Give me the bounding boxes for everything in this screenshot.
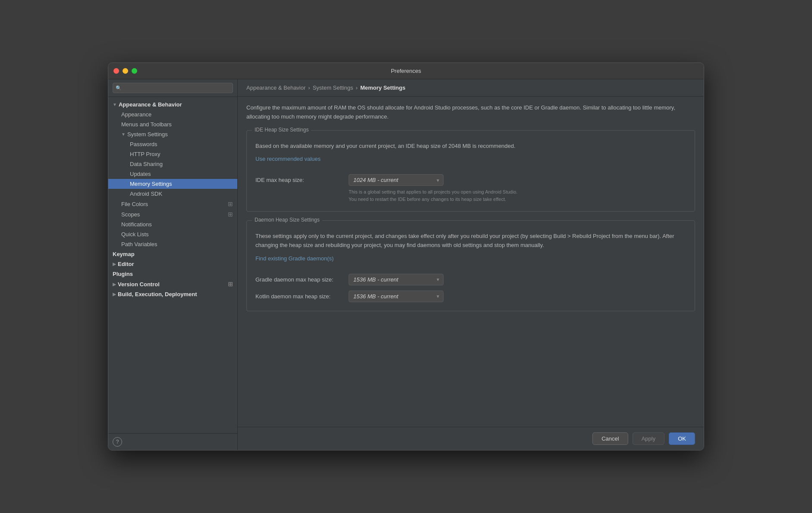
- sidebar-item-label: Updates: [130, 171, 151, 177]
- sidebar-item-label: Version Control: [118, 281, 160, 288]
- breadcrumb: Appearance & Behavior › System Settings …: [238, 79, 704, 97]
- gradle-heap-field-row: Gradle daemon max heap size: 750 MB 1024…: [255, 274, 686, 285]
- arrow-icon: ▼: [121, 132, 126, 137]
- content-area: Configure the maximum amount of RAM the …: [238, 97, 704, 427]
- ide-max-heap-select[interactable]: 750 MB 1024 MB - current 2048 MB 4096 MB: [349, 174, 444, 186]
- sidebar-item-label: Notifications: [121, 221, 152, 228]
- sidebar-item-updates[interactable]: Updates: [108, 169, 237, 179]
- sidebar-item-label: Keymap: [113, 251, 135, 257]
- sidebar-item-system-settings[interactable]: ▼ System Settings: [108, 129, 237, 139]
- gradle-max-heap-label: Gradle daemon max heap size:: [255, 276, 342, 283]
- sidebar-item-label: Build, Execution, Deployment: [118, 291, 197, 297]
- kotlin-heap-field-row: Kotlin daemon max heap size: 750 MB 1024…: [255, 291, 686, 302]
- apply-button[interactable]: Apply: [633, 432, 665, 445]
- sidebar-item-scopes[interactable]: Scopes ⊞: [108, 209, 237, 219]
- arrow-icon: ▶: [113, 262, 116, 266]
- sidebar-item-label: Memory Settings: [130, 181, 172, 187]
- minimize-button[interactable]: [123, 68, 128, 74]
- sidebar-item-label: Appearance & Behavior: [119, 101, 182, 108]
- sidebar-item-file-colors[interactable]: File Colors ⊞: [108, 199, 237, 209]
- main-content: Appearance & Behavior › System Settings …: [238, 79, 704, 450]
- sidebar-item-http-proxy[interactable]: HTTP Proxy: [108, 149, 237, 159]
- gradle-max-heap-select[interactable]: 750 MB 1024 MB 1536 MB - current 2048 MB…: [349, 274, 444, 285]
- sidebar-item-version-control[interactable]: ▶ Version Control ⊞: [108, 279, 237, 289]
- sidebar-item-label: Android SDK: [130, 191, 162, 197]
- search-input[interactable]: [113, 83, 233, 93]
- daemon-heap-section-title: Daemon Heap Size Settings: [252, 217, 322, 223]
- sidebar-item-appearance[interactable]: Appearance: [108, 109, 237, 119]
- sidebar: 🔍 ▼ Appearance & Behavior Appearance Men…: [108, 79, 238, 450]
- ide-heap-hint: This is a global setting that applies to…: [349, 188, 686, 203]
- sidebar-item-label: HTTP Proxy: [130, 151, 161, 157]
- maximize-button[interactable]: [132, 68, 137, 74]
- arrow-icon: ▶: [113, 292, 116, 297]
- nav-tree: ▼ Appearance & Behavior Appearance Menus…: [108, 97, 237, 433]
- window-controls: [113, 68, 137, 74]
- kotlin-max-heap-label: Kotlin daemon max heap size:: [255, 293, 342, 300]
- sidebar-item-label: Menus and Toolbars: [121, 121, 172, 128]
- use-recommended-link[interactable]: Use recommended values: [255, 156, 321, 162]
- window-body: 🔍 ▼ Appearance & Behavior Appearance Men…: [108, 79, 704, 450]
- sidebar-item-label: Path Variables: [121, 241, 157, 247]
- sidebar-item-data-sharing[interactable]: Data Sharing: [108, 159, 237, 169]
- sidebar-item-android-sdk[interactable]: Android SDK: [108, 189, 237, 199]
- sidebar-item-keymap[interactable]: Keymap: [108, 249, 237, 259]
- cancel-button[interactable]: Cancel: [592, 432, 628, 445]
- footer: Cancel Apply OK: [238, 427, 704, 450]
- arrow-icon: ▼: [113, 102, 117, 107]
- sidebar-item-editor[interactable]: ▶ Editor: [108, 259, 237, 269]
- sidebar-item-plugins[interactable]: Plugins: [108, 269, 237, 279]
- daemon-heap-section-body: These settings apply only to the current…: [247, 223, 695, 311]
- sidebar-item-passwords[interactable]: Passwords: [108, 139, 237, 149]
- close-button[interactable]: [113, 68, 119, 74]
- breadcrumb-part1: Appearance & Behavior: [246, 84, 305, 91]
- ide-max-heap-label: IDE max heap size:: [255, 177, 342, 183]
- search-icon: 🔍: [116, 85, 122, 91]
- ide-heap-section-title: IDE Heap Size Settings: [252, 127, 311, 133]
- sidebar-item-label: Scopes: [121, 211, 140, 218]
- settings-icon: ⊞: [228, 211, 233, 218]
- help-button[interactable]: ?: [113, 437, 122, 447]
- settings-icon: ⊞: [228, 281, 233, 288]
- sidebar-item-label: System Settings: [127, 131, 168, 138]
- sidebar-item-label: Passwords: [130, 141, 157, 147]
- breadcrumb-sep1: ›: [308, 84, 310, 91]
- daemon-heap-section: Daemon Heap Size Settings These settings…: [246, 220, 695, 311]
- search-wrapper: 🔍: [113, 83, 233, 93]
- preferences-window: Preferences 🔍 ▼ Appearance & Behavior Ap…: [108, 63, 704, 450]
- gradle-max-heap-select-wrapper: 750 MB 1024 MB 1536 MB - current 2048 MB…: [349, 274, 444, 285]
- settings-icon: ⊞: [228, 200, 233, 207]
- window-title: Preferences: [391, 68, 421, 74]
- breadcrumb-sep2: ›: [356, 84, 358, 91]
- sidebar-item-label: Editor: [118, 261, 134, 267]
- arrow-icon: ▶: [113, 282, 116, 287]
- sidebar-item-menus-toolbars[interactable]: Menus and Toolbars: [108, 119, 237, 129]
- breadcrumb-part3: Memory Settings: [360, 84, 406, 91]
- find-gradle-link[interactable]: Find existing Gradle daemon(s): [255, 255, 334, 262]
- ide-heap-section: IDE Heap Size Settings Based on the avai…: [246, 130, 695, 212]
- sidebar-item-appearance-behavior[interactable]: ▼ Appearance & Behavior: [108, 100, 237, 109]
- sidebar-item-label: Plugins: [113, 271, 133, 277]
- sidebar-item-memory-settings[interactable]: Memory Settings: [108, 179, 237, 189]
- sidebar-item-notifications[interactable]: Notifications: [108, 219, 237, 229]
- sidebar-item-label: Data Sharing: [130, 161, 163, 167]
- sidebar-item-label: Quick Lists: [121, 231, 149, 238]
- title-bar: Preferences: [108, 63, 704, 79]
- kotlin-max-heap-select-wrapper: 750 MB 1024 MB 1536 MB - current 2048 MB…: [349, 291, 444, 302]
- sidebar-item-label: Appearance: [121, 111, 151, 118]
- sidebar-item-path-variables[interactable]: Path Variables: [108, 239, 237, 249]
- ok-button[interactable]: OK: [669, 432, 695, 445]
- ide-heap-desc: Based on the available memory and your c…: [255, 142, 686, 151]
- search-container: 🔍: [108, 79, 237, 97]
- sidebar-item-quick-lists[interactable]: Quick Lists: [108, 229, 237, 239]
- ide-heap-section-body: Based on the available memory and your c…: [247, 133, 695, 212]
- sidebar-item-label: File Colors: [121, 201, 148, 207]
- sidebar-bottom: ?: [108, 433, 237, 450]
- kotlin-max-heap-select[interactable]: 750 MB 1024 MB 1536 MB - current 2048 MB…: [349, 291, 444, 302]
- ide-heap-field-row: IDE max heap size: 750 MB 1024 MB - curr…: [255, 174, 686, 186]
- daemon-heap-desc: These settings apply only to the current…: [255, 232, 686, 250]
- ide-max-heap-select-wrapper: 750 MB 1024 MB - current 2048 MB 4096 MB…: [349, 174, 444, 186]
- main-description: Configure the maximum amount of RAM the …: [246, 103, 695, 122]
- sidebar-item-build-execution-deployment[interactable]: ▶ Build, Execution, Deployment: [108, 289, 237, 299]
- breadcrumb-part2: System Settings: [313, 84, 353, 91]
